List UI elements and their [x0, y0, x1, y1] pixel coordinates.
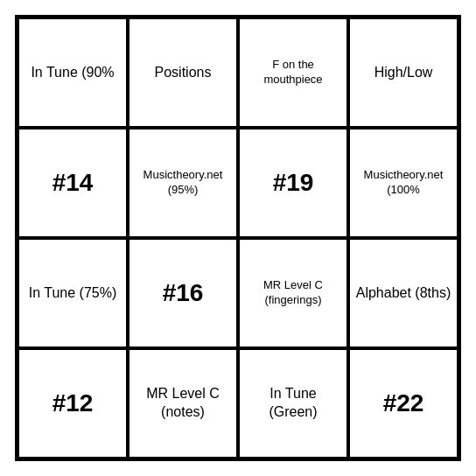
cell-r1c2: #19 [238, 128, 348, 238]
cell-text-r1c1: Musictheory.net (95%) [135, 168, 231, 198]
cell-r0c0: In Tune (90% [18, 18, 128, 128]
cell-text-r0c2: F on the mouthpiece [245, 58, 341, 88]
cell-text-r3c1: MR Level C (notes) [135, 385, 231, 422]
cell-text-r0c0: In Tune (90% [31, 64, 114, 82]
cell-r1c0: #14 [18, 128, 128, 238]
cell-r2c2: MR Level C (fingerings) [238, 238, 348, 348]
bingo-board: In Tune (90%PositionsF on the mouthpiece… [15, 15, 461, 461]
cell-r3c0: #12 [18, 348, 128, 458]
cell-text-r0c3: High/Low [374, 64, 433, 82]
cell-r3c2: In Tune (Green) [238, 348, 348, 458]
cell-r1c3: Musictheory.net (100% [348, 128, 458, 238]
cell-text-r0c1: Positions [155, 64, 212, 82]
cell-text-r2c1: #16 [163, 277, 204, 309]
cell-text-r3c3: #22 [383, 388, 424, 419]
cell-text-r1c2: #19 [273, 167, 314, 199]
cell-r2c0: In Tune (75%) [18, 238, 128, 348]
cell-text-r1c3: Musictheory.net (100% [355, 168, 452, 198]
cell-r3c3: #22 [348, 348, 458, 458]
cell-text-r3c0: #12 [52, 388, 94, 419]
cell-r2c3: Alphabet (8ths) [348, 238, 458, 348]
cell-text-r3c2: In Tune (Green) [245, 385, 341, 422]
cell-r0c3: High/Low [348, 18, 458, 128]
cell-r1c1: Musictheory.net (95%) [128, 128, 238, 238]
cell-r2c1: #16 [128, 238, 238, 348]
cell-text-r2c0: In Tune (75%) [29, 284, 117, 303]
cell-r0c1: Positions [128, 18, 238, 128]
cell-r0c2: F on the mouthpiece [238, 18, 348, 128]
cell-text-r2c3: Alphabet (8ths) [356, 284, 452, 303]
cell-text-r2c2: MR Level C (fingerings) [245, 278, 341, 308]
cell-r3c1: MR Level C (notes) [128, 348, 238, 458]
cell-text-r1c0: #14 [52, 167, 94, 199]
